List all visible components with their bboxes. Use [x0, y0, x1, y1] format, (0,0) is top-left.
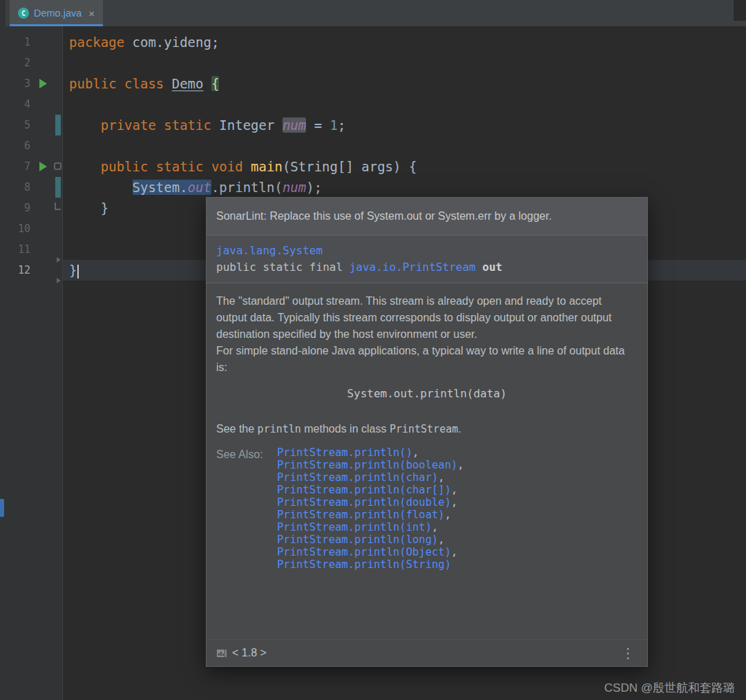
gutter-row[interactable]: 6 [6, 135, 62, 156]
member-name: out [476, 261, 503, 274]
line-number: 10 [6, 218, 30, 239]
doc-paragraph: See the println methods in class PrintSt… [216, 421, 632, 437]
see-also-row: PrintStream.println(long), [277, 533, 464, 546]
gutter-icon-zone [30, 73, 62, 94]
see-also-label: See Also: [216, 446, 277, 571]
run-icon[interactable] [39, 162, 47, 171]
vcs-change-marker [55, 177, 61, 198]
gutter-icon-zone [30, 115, 62, 135]
see-also-link[interactable]: PrintStream.println(boolean) [277, 459, 457, 471]
line-number: 9 [6, 198, 30, 218]
gutter-row[interactable]: 10 [6, 218, 62, 239]
fold-marker-icon[interactable] [54, 162, 61, 170]
line-number: 12 [6, 260, 30, 281]
gutter-icon-zone [30, 177, 62, 198]
gutter-row[interactable]: 11 [6, 239, 62, 260]
line-number: 7 [6, 156, 30, 177]
jdk-version-switcher[interactable]: < 1.8 > [216, 647, 267, 659]
see-also-link[interactable]: PrintStream.println() [277, 446, 412, 459]
tab-label: Demo.java [34, 8, 82, 19]
fold-arrow-icon[interactable] [57, 278, 61, 283]
line-number: 11 [6, 239, 30, 260]
gutter-row[interactable]: 1 [6, 32, 62, 53]
see-also-link[interactable]: PrintStream.println(char) [277, 471, 438, 484]
see-also-link[interactable]: PrintStream.println(float) [277, 509, 445, 521]
line-number: 5 [6, 115, 30, 135]
line-number: 2 [6, 53, 30, 73]
code-line[interactable] [69, 135, 746, 156]
gutter-row[interactable]: 7 [6, 156, 62, 177]
see-also-row: PrintStream.println(boolean), [277, 459, 464, 471]
gutter-icon-zone [30, 135, 62, 156]
code-editor: 123456789101112 package com.yideng;publi… [6, 26, 746, 700]
fold-arrow-icon[interactable] [57, 257, 61, 263]
ide-window: C Demo.java × 123456789101112 package co… [0, 0, 746, 700]
see-also-link[interactable]: PrintStream.println(String) [277, 558, 451, 571]
see-also-row: PrintStream.println(), [277, 446, 464, 459]
doc-paragraph: For simple stand-alone Java applications… [216, 343, 632, 376]
gutter-row[interactable]: 5 [6, 115, 62, 135]
gutter-icon-zone [30, 198, 62, 218]
doc-description: The "standard" output stream. This strea… [207, 283, 647, 571]
documentation-popup: SonarLint: Replace this use of System.ou… [206, 197, 648, 667]
modifiers-text: public static final [216, 261, 350, 274]
gutter-icon-zone [30, 218, 62, 239]
line-number: 6 [6, 135, 30, 156]
vcs-change-marker [55, 115, 61, 135]
see-also-link[interactable]: PrintStream.println(long) [277, 533, 438, 546]
doc-footer: < 1.8 > ⋮ [207, 639, 647, 666]
line-number: 3 [6, 73, 30, 94]
code-line[interactable] [69, 53, 746, 73]
see-also-link[interactable]: PrintStream.println(int) [277, 521, 432, 533]
see-also-row: PrintStream.println(Object), [277, 546, 464, 558]
symbol-definition: java.lang.System public static final jav… [207, 236, 647, 283]
see-also-row: PrintStream.println(int), [277, 521, 464, 533]
tab-demo-java[interactable]: C Demo.java × [10, 0, 103, 26]
code-line[interactable]: package com.yideng; [69, 32, 746, 53]
gutter-row[interactable]: 3 [6, 73, 62, 94]
code-line[interactable] [69, 94, 746, 115]
gutter-row[interactable]: 8 [6, 177, 62, 198]
see-also-link[interactable]: PrintStream.println(double) [277, 496, 451, 509]
run-icon[interactable] [39, 79, 47, 88]
jdk-version-text: < 1.8 > [232, 647, 267, 659]
gutter-row[interactable]: 9 [6, 198, 62, 218]
gutter-icon-zone [30, 94, 62, 115]
line-number: 4 [6, 94, 30, 115]
see-also-link[interactable]: PrintStream.println(char[]) [277, 484, 451, 496]
line-number: 1 [6, 32, 30, 53]
gutter-icon-zone [30, 260, 62, 281]
code-line[interactable]: public static void main(String[] args) { [69, 156, 746, 177]
code-line[interactable]: public class Demo { [69, 73, 746, 94]
gutter-row[interactable]: 12 [6, 260, 62, 281]
close-tab-icon[interactable]: × [88, 8, 95, 19]
line-number: 8 [6, 177, 30, 198]
see-also-link[interactable]: PrintStream.println(Object) [277, 546, 451, 558]
fold-end-icon[interactable] [55, 202, 61, 210]
gutter-row[interactable]: 2 [6, 53, 62, 73]
inline-code: PrintStream [390, 423, 458, 435]
more-options-icon[interactable]: ⋮ [618, 647, 638, 659]
editor-tabs: C Demo.java × [6, 0, 746, 26]
code-line[interactable]: System.out.println(num); [69, 177, 746, 198]
see-also-list: PrintStream.println(),PrintStream.printl… [277, 446, 464, 571]
active-tool-window-indicator [0, 499, 4, 517]
see-also-row: PrintStream.println(char[]), [277, 484, 464, 496]
sonarlint-text: SonarLint: Replace this use of System.ou… [216, 210, 552, 222]
gutter-row[interactable]: 4 [6, 94, 62, 115]
tool-window-stripe[interactable] [0, 0, 6, 700]
type-link[interactable]: java.io.PrintStream [350, 261, 476, 274]
see-also-row: PrintStream.println(String) [277, 558, 464, 571]
editor-gutter[interactable]: 123456789101112 [6, 26, 63, 700]
editor-corner [734, 0, 746, 21]
code-line[interactable]: private static Integer num = 1; [69, 115, 746, 135]
inline-code: println [258, 423, 301, 435]
text-caret [77, 265, 79, 278]
class-link[interactable]: java.lang.System [216, 244, 323, 257]
gutter-icon-zone [30, 32, 62, 53]
see-also-row: PrintStream.println(float), [277, 509, 464, 521]
see-also-section: See Also: PrintStream.println(),PrintStr… [216, 446, 638, 571]
watermark-text: CSDN @殷世航和套路璐 [604, 680, 735, 696]
gutter-icon-zone [30, 53, 62, 73]
see-also-row: PrintStream.println(double), [277, 496, 464, 509]
